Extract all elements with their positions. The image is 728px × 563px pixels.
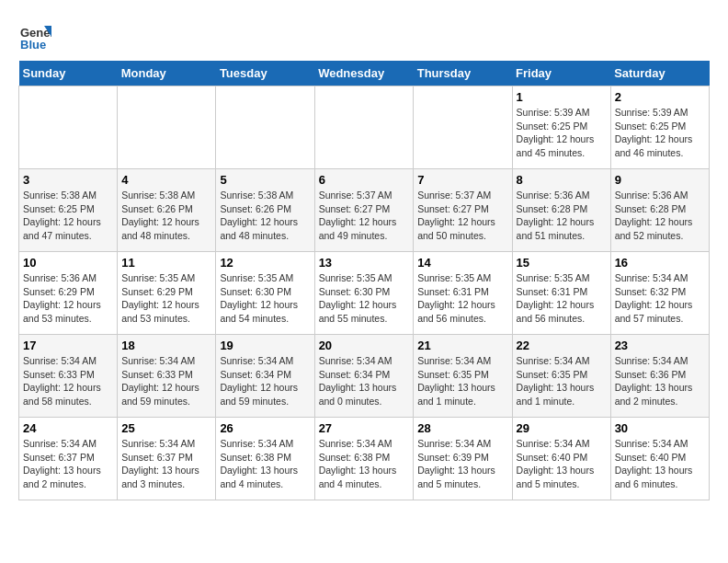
calendar-cell: 17Sunrise: 5:34 AM Sunset: 6:33 PM Dayli… <box>19 335 118 418</box>
day-info: Sunrise: 5:34 AM Sunset: 6:35 PM Dayligh… <box>417 354 507 408</box>
day-info: Sunrise: 5:39 AM Sunset: 6:25 PM Dayligh… <box>615 106 705 160</box>
day-info: Sunrise: 5:34 AM Sunset: 6:32 PM Dayligh… <box>615 271 705 326</box>
day-number: 3 <box>23 173 113 187</box>
calendar-cell <box>19 86 118 169</box>
day-number: 23 <box>615 339 705 352</box>
day-number: 21 <box>417 339 507 352</box>
weekday-header-thursday: Thursday <box>414 61 512 86</box>
calendar-cell: 30Sunrise: 5:34 AM Sunset: 6:40 PM Dayli… <box>610 418 709 500</box>
calendar-cell: 15Sunrise: 5:35 AM Sunset: 6:31 PM Dayli… <box>512 252 610 335</box>
calendar-cell: 21Sunrise: 5:34 AM Sunset: 6:35 PM Dayli… <box>414 335 512 418</box>
day-info: Sunrise: 5:34 AM Sunset: 6:33 PM Dayligh… <box>23 354 113 408</box>
day-number: 16 <box>615 256 705 270</box>
svg-text:Blue: Blue <box>20 38 46 52</box>
day-info: Sunrise: 5:35 AM Sunset: 6:31 PM Dayligh… <box>517 271 607 326</box>
day-number: 10 <box>23 256 113 270</box>
day-number: 26 <box>220 421 310 435</box>
calendar-cell: 6Sunrise: 5:37 AM Sunset: 6:27 PM Daylig… <box>314 169 414 252</box>
day-info: Sunrise: 5:38 AM Sunset: 6:26 PM Dayligh… <box>121 189 211 243</box>
calendar-header-row: SundayMondayTuesdayWednesdayThursdayFrid… <box>19 61 710 86</box>
calendar-table: SundayMondayTuesdayWednesdayThursdayFrid… <box>18 61 710 500</box>
day-number: 29 <box>517 421 607 435</box>
day-info: Sunrise: 5:34 AM Sunset: 6:36 PM Dayligh… <box>615 354 705 408</box>
weekday-header-sunday: Sunday <box>19 61 118 86</box>
day-info: Sunrise: 5:34 AM Sunset: 6:37 PM Dayligh… <box>23 437 113 491</box>
day-info: Sunrise: 5:35 AM Sunset: 6:30 PM Dayligh… <box>220 271 310 326</box>
calendar-cell: 4Sunrise: 5:38 AM Sunset: 6:26 PM Daylig… <box>118 169 216 252</box>
day-number: 30 <box>615 421 705 435</box>
page-header: General Blue <box>18 18 710 52</box>
calendar-cell: 26Sunrise: 5:34 AM Sunset: 6:38 PM Dayli… <box>216 418 314 500</box>
weekday-header-wednesday: Wednesday <box>314 61 414 86</box>
calendar-cell: 25Sunrise: 5:34 AM Sunset: 6:37 PM Dayli… <box>118 418 216 500</box>
calendar-week-row: 17Sunrise: 5:34 AM Sunset: 6:33 PM Dayli… <box>19 335 710 418</box>
calendar-cell: 12Sunrise: 5:35 AM Sunset: 6:30 PM Dayli… <box>216 252 314 335</box>
weekday-header-friday: Friday <box>512 61 610 86</box>
calendar-week-row: 10Sunrise: 5:36 AM Sunset: 6:29 PM Dayli… <box>19 252 710 335</box>
day-number: 18 <box>121 339 211 352</box>
day-info: Sunrise: 5:34 AM Sunset: 6:38 PM Dayligh… <box>319 437 410 491</box>
day-info: Sunrise: 5:34 AM Sunset: 6:34 PM Dayligh… <box>319 354 410 408</box>
day-info: Sunrise: 5:39 AM Sunset: 6:25 PM Dayligh… <box>517 106 607 160</box>
day-number: 4 <box>121 173 211 187</box>
day-info: Sunrise: 5:35 AM Sunset: 6:29 PM Dayligh… <box>121 271 211 326</box>
calendar-cell: 14Sunrise: 5:35 AM Sunset: 6:31 PM Dayli… <box>414 252 512 335</box>
day-number: 1 <box>517 90 607 104</box>
calendar-cell: 29Sunrise: 5:34 AM Sunset: 6:40 PM Dayli… <box>512 418 610 500</box>
calendar-cell: 5Sunrise: 5:38 AM Sunset: 6:26 PM Daylig… <box>216 169 314 252</box>
day-info: Sunrise: 5:35 AM Sunset: 6:31 PM Dayligh… <box>417 271 507 326</box>
day-number: 14 <box>417 256 507 270</box>
weekday-header-saturday: Saturday <box>610 61 709 86</box>
calendar-cell: 7Sunrise: 5:37 AM Sunset: 6:27 PM Daylig… <box>414 169 512 252</box>
day-number: 19 <box>220 339 310 352</box>
day-number: 5 <box>220 173 310 187</box>
calendar-cell: 8Sunrise: 5:36 AM Sunset: 6:28 PM Daylig… <box>512 169 610 252</box>
day-info: Sunrise: 5:34 AM Sunset: 6:40 PM Dayligh… <box>517 437 607 491</box>
calendar-cell: 19Sunrise: 5:34 AM Sunset: 6:34 PM Dayli… <box>216 335 314 418</box>
calendar-cell: 24Sunrise: 5:34 AM Sunset: 6:37 PM Dayli… <box>19 418 118 500</box>
day-number: 24 <box>23 421 113 435</box>
day-number: 8 <box>517 173 607 187</box>
calendar-cell: 28Sunrise: 5:34 AM Sunset: 6:39 PM Dayli… <box>414 418 512 500</box>
calendar-cell <box>414 86 512 169</box>
calendar-cell: 9Sunrise: 5:36 AM Sunset: 6:28 PM Daylig… <box>610 169 709 252</box>
day-number: 22 <box>517 339 607 352</box>
calendar-week-row: 3Sunrise: 5:38 AM Sunset: 6:25 PM Daylig… <box>19 169 710 252</box>
day-number: 28 <box>417 421 507 435</box>
calendar-cell: 20Sunrise: 5:34 AM Sunset: 6:34 PM Dayli… <box>314 335 414 418</box>
calendar-cell: 27Sunrise: 5:34 AM Sunset: 6:38 PM Dayli… <box>314 418 414 500</box>
day-info: Sunrise: 5:34 AM Sunset: 6:38 PM Dayligh… <box>220 437 310 491</box>
calendar-week-row: 24Sunrise: 5:34 AM Sunset: 6:37 PM Dayli… <box>19 418 710 500</box>
logo: General Blue <box>18 18 55 52</box>
calendar-cell: 16Sunrise: 5:34 AM Sunset: 6:32 PM Dayli… <box>610 252 709 335</box>
day-info: Sunrise: 5:34 AM Sunset: 6:35 PM Dayligh… <box>517 354 607 408</box>
day-info: Sunrise: 5:36 AM Sunset: 6:28 PM Dayligh… <box>517 189 607 243</box>
weekday-header-monday: Monday <box>118 61 216 86</box>
calendar-cell: 10Sunrise: 5:36 AM Sunset: 6:29 PM Dayli… <box>19 252 118 335</box>
day-number: 17 <box>23 339 113 352</box>
calendar-cell: 11Sunrise: 5:35 AM Sunset: 6:29 PM Dayli… <box>118 252 216 335</box>
day-number: 25 <box>121 421 211 435</box>
day-number: 11 <box>121 256 211 270</box>
calendar-cell: 23Sunrise: 5:34 AM Sunset: 6:36 PM Dayli… <box>610 335 709 418</box>
day-info: Sunrise: 5:36 AM Sunset: 6:28 PM Dayligh… <box>615 189 705 243</box>
calendar-cell <box>118 86 216 169</box>
day-info: Sunrise: 5:34 AM Sunset: 6:33 PM Dayligh… <box>121 354 211 408</box>
day-info: Sunrise: 5:37 AM Sunset: 6:27 PM Dayligh… <box>319 189 410 243</box>
calendar-cell: 1Sunrise: 5:39 AM Sunset: 6:25 PM Daylig… <box>512 86 610 169</box>
day-number: 20 <box>319 339 410 352</box>
day-number: 13 <box>319 256 410 270</box>
calendar-cell: 3Sunrise: 5:38 AM Sunset: 6:25 PM Daylig… <box>19 169 118 252</box>
day-number: 9 <box>615 173 705 187</box>
calendar-cell: 2Sunrise: 5:39 AM Sunset: 6:25 PM Daylig… <box>610 86 709 169</box>
day-number: 7 <box>417 173 507 187</box>
day-info: Sunrise: 5:37 AM Sunset: 6:27 PM Dayligh… <box>417 189 507 243</box>
calendar-cell: 18Sunrise: 5:34 AM Sunset: 6:33 PM Dayli… <box>118 335 216 418</box>
day-number: 6 <box>319 173 410 187</box>
day-number: 15 <box>517 256 607 270</box>
calendar-cell: 13Sunrise: 5:35 AM Sunset: 6:30 PM Dayli… <box>314 252 414 335</box>
day-info: Sunrise: 5:36 AM Sunset: 6:29 PM Dayligh… <box>23 271 113 326</box>
calendar-cell <box>216 86 314 169</box>
day-info: Sunrise: 5:34 AM Sunset: 6:37 PM Dayligh… <box>121 437 211 491</box>
day-info: Sunrise: 5:34 AM Sunset: 6:40 PM Dayligh… <box>615 437 705 491</box>
